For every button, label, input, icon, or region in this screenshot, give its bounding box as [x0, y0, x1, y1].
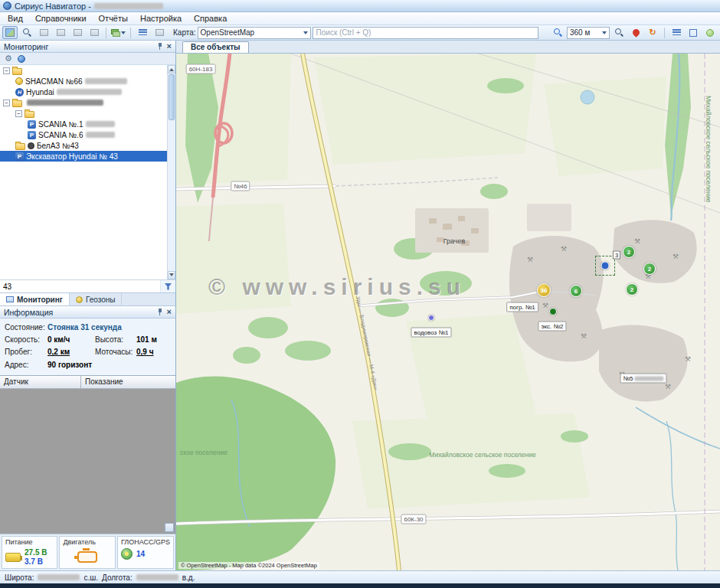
map-provider-combo[interactable]: OpenStreetMap — [198, 27, 311, 39]
folder-icon — [12, 100, 22, 107]
cluster-marker[interactable]: 2 — [623, 246, 635, 258]
folder-icon — [25, 111, 34, 118]
toolbar-separator — [130, 28, 131, 38]
object-label-water-truck[interactable]: водовоз №1 — [411, 328, 452, 338]
scroll-up-icon[interactable] — [168, 65, 175, 74]
selected-vehicle-marker[interactable] — [601, 262, 610, 270]
marker-button[interactable] — [628, 26, 643, 39]
expander-icon[interactable] — [3, 67, 10, 74]
power-main-value: 27.5 В — [25, 548, 47, 557]
ruler-tool-button[interactable] — [53, 26, 68, 39]
pin-icon[interactable] — [157, 42, 164, 51]
expander-icon[interactable] — [15, 110, 22, 117]
parking-status-icon — [28, 120, 36, 129]
admin-area-label-vertical: Михайловское сельское поселение — [705, 96, 712, 202]
tree-filter-input[interactable] — [0, 281, 160, 292]
svg-text:⚒: ⚒ — [665, 383, 671, 390]
search-input[interactable] — [313, 27, 538, 39]
cluster-badge[interactable]: 3 — [613, 251, 620, 260]
zoom-tool-button[interactable] — [19, 26, 34, 39]
hours-value[interactable]: 0,9 ч — [136, 346, 154, 358]
mileage-value[interactable]: 0,2 км — [47, 346, 87, 358]
object-label-n5[interactable]: №5 — [620, 374, 666, 384]
menu-vid[interactable]: Вид — [2, 13, 29, 24]
info-panel: Состояние: Стоянка 31 секунда Скорость: … — [0, 318, 175, 375]
red-pin-icon — [631, 28, 641, 38]
sensor-grip-icon[interactable] — [165, 523, 174, 532]
scroll-thumb[interactable] — [169, 74, 175, 120]
cluster-marker[interactable]: 6 — [570, 285, 582, 297]
cluster-marker[interactable]: 2 — [626, 283, 638, 296]
legend-icon — [673, 29, 681, 36]
power-gauge-title: Питание — [5, 538, 54, 546]
vehicle-marker-water-truck[interactable] — [428, 315, 434, 321]
print-button[interactable] — [152, 26, 167, 39]
tree-row[interactable] — [0, 108, 175, 119]
tree-row-selected[interactable]: Экскаватор Hyundai № 43 — [0, 151, 175, 162]
zoom-out-button[interactable] — [611, 26, 627, 39]
scroll-down-icon[interactable] — [168, 271, 175, 279]
speed-value: 0 км/ч — [47, 334, 87, 346]
zoom-level-combo[interactable]: 360 м — [567, 27, 610, 39]
menu-spravka[interactable]: Справка — [188, 13, 233, 24]
vehicle-marker-excavator[interactable] — [549, 308, 557, 315]
status-bar: Широта: с.ш. Долгота: в.д. — [0, 570, 720, 583]
status-button[interactable] — [702, 26, 718, 39]
redacted-text — [635, 376, 664, 381]
map-viewport[interactable]: ⚒⚒ ⚒⚒ ⚒⚒ ⚒⚒ ⚒⚒ Ш. Уды — Владимировская —… — [176, 54, 720, 570]
map-mode-icon — [5, 28, 15, 37]
tree-row[interactable]: SHACMAN №66 — [0, 76, 175, 87]
map-canvas[interactable]: ⚒⚒ ⚒⚒ ⚒⚒ ⚒⚒ ⚒⚒ Ш. Уды — Владимировская —… — [176, 54, 720, 570]
cluster-marker-yellow[interactable]: 36 — [537, 283, 551, 297]
svg-text:⚒: ⚒ — [685, 355, 691, 363]
object-label-excavator[interactable]: экс. №2 — [538, 322, 566, 332]
gps-satellite-count: 14 — [136, 550, 145, 558]
gear-icon[interactable]: ⚙ — [5, 54, 12, 63]
altitude-value: 101 м — [136, 334, 157, 346]
tab-all-objects[interactable]: Все объекты — [182, 41, 249, 53]
svg-text:⚒: ⚒ — [673, 253, 679, 260]
zoom-in-button[interactable] — [550, 26, 565, 39]
expander-icon[interactable] — [3, 100, 10, 106]
refresh-button[interactable]: ↻ — [645, 26, 660, 39]
tree-row[interactable]: SCANIA №.6 — [0, 129, 175, 140]
fullscreen-button[interactable] — [686, 26, 701, 39]
refresh-icon: ↻ — [649, 28, 656, 37]
object-label-loader[interactable]: погр. №1 — [506, 302, 538, 312]
grid-view-button[interactable] — [135, 26, 150, 39]
cluster-marker[interactable]: 2 — [643, 263, 656, 275]
tree-row[interactable] — [0, 65, 175, 76]
route-tool-button[interactable] — [87, 26, 102, 39]
layers-button[interactable] — [110, 26, 126, 39]
select-tool-button[interactable] — [2, 26, 18, 39]
tree-row[interactable] — [0, 97, 175, 108]
info-row-address: Адрес: 90 горизонт — [5, 359, 171, 371]
close-icon[interactable]: × — [167, 42, 172, 51]
tree-row[interactable]: Hyundai — [0, 87, 175, 97]
tree-row[interactable]: SCANIA №.1 — [0, 119, 175, 129]
menu-otchety[interactable]: Отчёты — [93, 13, 134, 24]
monitoring-panel-header: Мониторинг × — [0, 41, 175, 53]
monitoring-panel-title: Мониторинг — [4, 42, 48, 51]
area-tool-button[interactable] — [70, 26, 85, 39]
menu-nastroyka[interactable]: Настройка — [134, 13, 188, 24]
hyundai-logo-icon — [15, 88, 24, 96]
speed-label: Скорость: — [5, 334, 47, 346]
caret-down-icon — [121, 31, 126, 37]
pin-icon[interactable] — [157, 308, 164, 316]
legend-button[interactable] — [669, 26, 684, 39]
pan-tool-button[interactable] — [36, 26, 51, 39]
tree-scrollbar[interactable] — [167, 65, 175, 279]
sensor-col-value[interactable]: Показание — [81, 376, 175, 388]
app-icon — [3, 2, 11, 10]
close-icon[interactable]: × — [167, 308, 172, 316]
menu-spravochniki[interactable]: Справочники — [29, 13, 93, 24]
tab-monitoring[interactable]: Мониторинг — [0, 293, 70, 305]
tab-geozones[interactable]: Геозоны — [70, 293, 123, 305]
tree-row[interactable]: БелАЗ №43 — [0, 140, 175, 151]
show-on-map-icon[interactable] — [18, 55, 25, 63]
redacted-text — [27, 100, 103, 106]
filter-button[interactable] — [160, 280, 175, 292]
sensor-col-name[interactable]: Датчик — [0, 376, 81, 388]
longitude-units: в.д. — [182, 573, 195, 582]
